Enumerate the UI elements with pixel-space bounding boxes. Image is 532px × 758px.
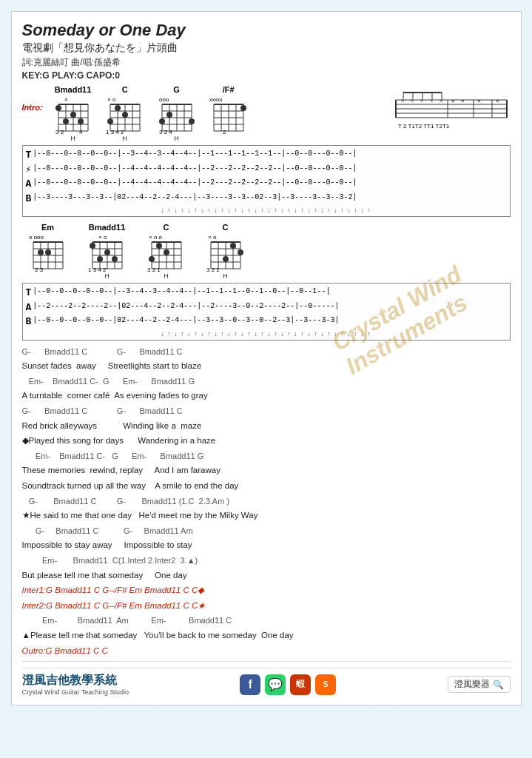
- tab-section-1: T |--0---0--0--0--0--|--3--4--3--4--4--|…: [22, 145, 511, 217]
- svg-text:ooo: ooo: [159, 96, 169, 103]
- svg-point-45: [189, 118, 195, 124]
- chord-g-1: G ooo 3 2 4 H: [151, 85, 203, 142]
- notation-box: × × × × × × × × × T 2 T1T2 TT1: [392, 85, 511, 140]
- footer: 澄風吉他教學系統 Crystal Wind Guitar Teaching St…: [22, 668, 511, 696]
- svg-text:×: ×: [411, 98, 414, 104]
- svg-text:×: ×: [496, 98, 499, 104]
- chord-diagram-fsharp: xxxxx 2: [208, 95, 249, 134]
- chord-bmadd11-2: Bmadd11 × o 1 3 4 2 H: [81, 223, 133, 280]
- lyrics-line-7: But please tell me that someday One day: [22, 568, 511, 583]
- svg-text:× o: × o: [208, 234, 217, 241]
- shopee-icon-2[interactable]: S: [315, 674, 336, 695]
- lyrics-chords-8: Em- Bmadd11 Am Em- Bmadd11 C: [22, 614, 511, 628]
- svg-point-30: [107, 118, 113, 124]
- svg-point-142: [230, 243, 236, 249]
- store-button[interactable]: 澄風樂器 🔍: [448, 676, 511, 693]
- lyrics-line-diamond: ◆Played this song for days Wandering in …: [22, 434, 511, 449]
- lyrics-chords-5: G- Bmadd11 C G- Bmadd11 (1.C 2.3.Am ): [22, 494, 511, 509]
- svg-point-112: [104, 249, 110, 255]
- svg-point-13: [78, 118, 84, 124]
- svg-text:4: 4: [79, 129, 83, 134]
- chord-f-sharp: /F# xxxxx 2: [203, 85, 255, 134]
- lyrics-line-triangle: ▲Please tell me that someday You'll be b…: [22, 628, 511, 643]
- svg-point-12: [70, 112, 76, 118]
- song-subtitle: 電視劇「想見你あなたを」片頭曲: [22, 41, 511, 55]
- tab2-t-label: T: [26, 286, 32, 301]
- footer-divider: [22, 661, 511, 662]
- tab2-a-content: |--2----2--2----2--|02---4--2--2-4---|--…: [33, 301, 339, 315]
- lyrics-inter2: Inter2:G Bmadd11 C G--/F# Em Bmadd11 C C…: [22, 599, 511, 614]
- svg-text:× o: × o: [98, 234, 107, 241]
- svg-text:×: ×: [64, 96, 68, 103]
- chord-row-2: Em o ooo 2 3 Bmadd11 × o: [22, 223, 511, 280]
- svg-point-44: [159, 118, 165, 124]
- svg-point-97: [38, 249, 44, 255]
- tab-b-content-1: |--3----3---3--3--|02---4--2--2-4---|--3…: [33, 192, 357, 207]
- svg-text:× o o: × o o: [149, 234, 163, 241]
- svg-text:3 2 1: 3 2 1: [206, 266, 220, 272]
- chord-diagram-c-3: × o 3 2 1: [205, 233, 246, 272]
- facebook-icon[interactable]: f: [240, 674, 260, 695]
- lyrics-line-2: A turntable corner café As evening fades…: [22, 389, 511, 403]
- chord-c-3: C × o 3 2 1 H: [200, 223, 252, 280]
- svg-point-43: [166, 112, 172, 118]
- chord-diagram-bmadd11: × 3 2 4: [53, 95, 94, 134]
- search-icon[interactable]: 🔍: [493, 680, 504, 690]
- svg-text:2 3: 2 3: [35, 266, 44, 272]
- svg-point-58: [240, 105, 246, 111]
- message-icon[interactable]: 💬: [265, 674, 286, 695]
- lyrics-line-3: Red brick alleyways Winding like a maze: [22, 419, 511, 434]
- tab-a-label: A: [26, 177, 32, 192]
- shopee-icon-1[interactable]: 蝦: [290, 674, 311, 695]
- tab2-b-content: |--0--0--0--0--0--|02---4--2--2-4---|--3…: [33, 315, 339, 329]
- svg-point-111: [90, 243, 95, 249]
- lyrics-section: G- Bmadd11 C G- Bmadd11 C Sunset fades a…: [22, 345, 511, 659]
- main-page: Someday or One Day 電視劇「想見你あなたを」片頭曲 詞:克麗絲…: [11, 11, 522, 705]
- svg-text:o  ooo: o ooo: [29, 234, 44, 241]
- chord-em: Em o ooo 2 3: [22, 223, 74, 272]
- footer-logo: 澄風吉他教學系統 Crystal Wind Guitar Teaching St…: [22, 673, 129, 696]
- key-info: KEY:G PLAY:G CAPO:0: [22, 70, 511, 81]
- svg-text:xxxxx: xxxxx: [209, 97, 223, 102]
- svg-text:1 3 4 2: 1 3 4 2: [88, 266, 107, 272]
- title-section: Someday or One Day 電視劇「想見你あなたを」片頭曲 詞:克麗絲…: [22, 21, 511, 81]
- svg-text:2: 2: [223, 129, 226, 134]
- svg-point-144: [223, 256, 229, 262]
- chord-diagram-c-1: × o 1 3 4 2: [104, 95, 146, 134]
- svg-text:T  2    T1T2    TT1   T2T1: T 2 T1T2 TT1 T2T1: [398, 123, 450, 130]
- footer-logo-main: 澄風吉他教學系統: [22, 673, 117, 688]
- lyrics-line-star: ★He said to me that one day He'd meet me…: [22, 509, 511, 523]
- svg-point-128: [164, 249, 169, 255]
- lyrics-chords-3: G- Bmadd11 C G- Bmadd11 C: [22, 404, 511, 418]
- chord-c-2: C × o o 3 2 1 H: [141, 223, 192, 280]
- svg-text:×: ×: [451, 98, 455, 104]
- tab-a-content-1: |--0---0--0--0--0--|--4--4--4--4--4--|--…: [33, 163, 357, 178]
- svg-text:3 2 1: 3 2 1: [147, 266, 161, 272]
- svg-point-114: [97, 256, 103, 262]
- rhythm-row-2: ↓ ↑ ↓ ↑ ↓ ↑ ↓ ↑ ↓ ↑ ↓ ↑ ↓ ↑ ↓ ↑ ↓ ↑ ↓ ↑ …: [26, 330, 507, 338]
- tab-section-2: T |--0--0--0--0--0--|--3--4--3--4--4--|-…: [22, 283, 511, 341]
- chord-bmadd11-1: Bmadd11 × 3 2 4: [47, 85, 99, 142]
- lyrics-inter1: Inter1:G Bmadd11 C G--/F# Em Bmadd11 C C…: [22, 583, 511, 598]
- intro-label: Intro:: [22, 103, 43, 112]
- footer-icons: f 💬 蝦 S: [240, 674, 336, 695]
- lyrics-chords-4: Em- Bmadd11 C- G Em- Bmadd11 G: [22, 449, 511, 463]
- svg-text:×: ×: [477, 98, 481, 104]
- lyrics-line-1: Sunset fades away Streetlights start to …: [22, 359, 511, 374]
- tab2-b-label: B: [26, 315, 32, 329]
- tab2-t-content: |--0--0--0--0--0--|--3--4--3--4--4--|--1…: [33, 286, 330, 301]
- lyrics-outro: Outro:G Bmadd11 C C: [22, 644, 511, 659]
- svg-text:×: ×: [430, 98, 434, 104]
- lyrics-line-6: Impossible to stay away Impossible to st…: [22, 538, 511, 553]
- svg-point-29: [122, 112, 128, 118]
- tab-b-label: B: [26, 192, 32, 207]
- svg-text:×: ×: [440, 98, 443, 104]
- song-title: Someday or One Day: [22, 21, 511, 40]
- footer-logo-sub: Crystal Wind Guitar Teaching Studio: [22, 688, 129, 696]
- chord-diagram-c-2: × o o 3 2 1: [146, 233, 187, 272]
- tab2-a-label: A: [26, 301, 32, 315]
- chord-c-1: C × o 1 3 4 2 H: [99, 85, 151, 142]
- lyrics-line-4: These memories rewind, replay And I am f…: [22, 463, 511, 478]
- store-name: 澄風樂器: [454, 678, 490, 691]
- svg-point-11: [55, 105, 61, 111]
